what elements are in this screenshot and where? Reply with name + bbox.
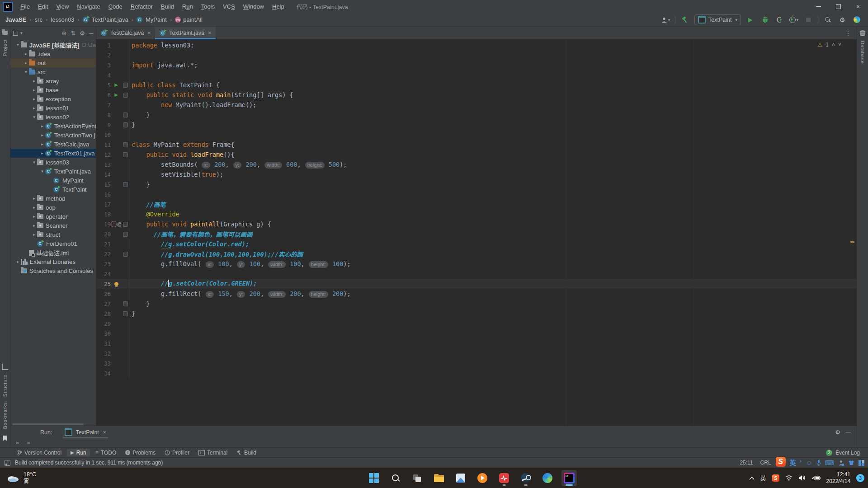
override-marker-icon[interactable]: ↑	[111, 221, 117, 227]
menu-view[interactable]: View	[52, 0, 73, 13]
code-line-32[interactable]: 32	[96, 348, 857, 358]
menu-window[interactable]: Window	[239, 0, 268, 13]
intention-bulb-icon[interactable]	[114, 282, 118, 286]
tree-item-mypaint[interactable]: CMyPaint	[10, 176, 96, 185]
tree-collapsed-chevron-icon[interactable]: ▸	[39, 151, 45, 155]
clock[interactable]: 12:41 2022/4/14	[826, 471, 850, 485]
toolwindow-terminal[interactable]: ❯Terminal	[195, 449, 231, 456]
run-panel-settings-icon[interactable]: ⚙	[835, 429, 840, 436]
menu-tools[interactable]: Tools	[197, 0, 219, 13]
breadcrumb-paintall[interactable]: mpaintAll	[174, 16, 203, 23]
menu-help[interactable]: Help	[268, 0, 288, 13]
tree-item-operator[interactable]: ▸operator	[10, 212, 96, 221]
tab-options-kebab-icon[interactable]: ⋮	[845, 29, 857, 37]
tree-item-testactionevent[interactable]: ▸CTestActionEvent	[10, 122, 96, 131]
breadcrumb-javase[interactable]: JavaSE	[5, 16, 27, 23]
tree-item-src[interactable]: ▾src	[10, 67, 96, 76]
tree-collapsed-chevron-icon[interactable]: ▸	[31, 88, 37, 92]
tree-item-base[interactable]: ▸base	[10, 85, 96, 94]
tree-item-lesson03[interactable]: ▾lesson03	[10, 158, 96, 167]
tree-item-out[interactable]: ▸out	[10, 58, 96, 67]
expand-toolbar-icon[interactable]: »	[16, 440, 19, 446]
fold-end-marker[interactable]	[123, 182, 128, 187]
code-line-15[interactable]: 15 }	[96, 179, 857, 189]
tree-item-testcalc-java[interactable]: ▸CTestCalc.java	[10, 140, 96, 149]
toolwindow-version-control[interactable]: Version Control	[14, 449, 65, 456]
run-line-icon[interactable]: ▶	[114, 93, 118, 97]
close-icon[interactable]: ×	[103, 429, 106, 436]
maximize-button[interactable]	[828, 0, 848, 13]
tree-item-fordemo01[interactable]: CForDemo01	[10, 239, 96, 248]
tree-expanded-chevron-icon[interactable]: ▾	[31, 160, 37, 164]
tree-item-基础语法-iml[interactable]: 基础语法.iml	[10, 248, 96, 257]
tree-collapsed-chevron-icon[interactable]: ▸	[39, 142, 45, 146]
tree-collapsed-chevron-icon[interactable]: ▸	[31, 196, 37, 201]
panel-settings-icon[interactable]: ⚙	[80, 30, 85, 37]
editor-tab-testcalc-java[interactable]: CTestCalc.java×	[96, 27, 155, 39]
stripe-label-database[interactable]: Database	[860, 41, 865, 64]
collapse-all-icon[interactable]: ⇅	[71, 30, 75, 37]
fold-start-marker[interactable]	[123, 152, 128, 157]
fold-end-marker[interactable]	[123, 113, 128, 117]
code-line-34[interactable]: 34	[96, 368, 857, 378]
taskbar-app-photos[interactable]	[453, 470, 468, 486]
run-configuration-combo[interactable]: TextPaint ▾	[694, 14, 741, 25]
inspections-widget[interactable]: ⚠ 1 ˄ ˅	[818, 42, 841, 48]
learner-plugin-icon[interactable]	[852, 15, 862, 25]
run-button[interactable]: ▶	[745, 15, 755, 25]
toolwindow-run[interactable]: ▶Run	[67, 449, 90, 456]
code-line-11[interactable]: 11class MyPaint extends Frame{	[96, 140, 857, 150]
bookmark-icon[interactable]	[3, 436, 7, 442]
tree-collapsed-chevron-icon[interactable]: ▸	[23, 52, 29, 56]
profile-button[interactable]	[774, 15, 784, 25]
tree-item-array[interactable]: ▸array	[10, 76, 96, 85]
fold-start-marker[interactable]	[123, 222, 128, 227]
code-line-17[interactable]: 17 //画笔	[96, 199, 857, 209]
tree-expanded-chevron-icon[interactable]: ▾	[15, 42, 21, 47]
taskbar-app-task-view[interactable]	[410, 470, 425, 486]
code-line-8[interactable]: 8 }	[96, 110, 857, 120]
code-line-14[interactable]: 14 setVisible(true);	[96, 169, 857, 179]
fold-start-marker[interactable]	[123, 232, 128, 237]
code-line-9[interactable]: 9}	[96, 120, 857, 130]
stripe-label-structure[interactable]: Structure	[2, 375, 8, 397]
code-line-23[interactable]: 23 g.fillOval( x: 100, y: 100, width: 10…	[96, 259, 857, 269]
tree-collapsed-chevron-icon[interactable]: ▸	[31, 232, 37, 237]
ime-toolbox-icon[interactable]	[859, 460, 864, 466]
coverage-button[interactable]: ▾	[789, 15, 799, 25]
toolwindow-todo[interactable]: ≡TODO	[92, 449, 120, 456]
code-line-1[interactable]: 1package lesson03;	[96, 40, 857, 50]
toolwindows-icon[interactable]	[5, 460, 10, 466]
taskbar-app-steam[interactable]	[518, 470, 533, 486]
code-line-13[interactable]: 13 setBounds( x: 200, y: 200, width: 600…	[96, 160, 857, 169]
fold-end-marker[interactable]	[123, 122, 128, 127]
stripe-label-bookmarks[interactable]: Bookmarks	[2, 402, 8, 429]
breadcrumb-mypaint[interactable]: CMyPaint	[136, 16, 168, 23]
wifi-icon[interactable]	[785, 475, 793, 481]
taskbar-app-start[interactable]	[366, 470, 382, 486]
tree-item-oop[interactable]: ▸oop	[10, 203, 96, 212]
minimize-button[interactable]	[808, 0, 828, 13]
tree-item-testtext01-java[interactable]: ▸CTestText01.java	[10, 149, 96, 158]
taskbar-app-video-app[interactable]	[475, 470, 490, 486]
fold-end-marker[interactable]	[123, 311, 128, 316]
caret-position[interactable]: 25:11	[740, 460, 753, 466]
tree-item-scratches-and-consoles[interactable]: Scratches and Consoles	[10, 266, 96, 275]
code-line-31[interactable]: 31	[96, 338, 857, 348]
code-line-16[interactable]: 16	[96, 189, 857, 199]
breadcrumb-src[interactable]: src	[34, 16, 43, 23]
code-line-18[interactable]: 18 @Override	[96, 209, 857, 219]
toolwindow-build[interactable]: Build	[233, 449, 260, 456]
sogou-input-icon[interactable]: S	[776, 457, 786, 467]
line-ending[interactable]: CRL	[760, 460, 771, 466]
tree-item-scanner[interactable]: ▸Scanner	[10, 221, 96, 230]
code-line-28[interactable]: 28}	[96, 309, 857, 319]
tree-item-external-libraries[interactable]: ▸External Libraries	[10, 257, 96, 266]
menu-navigate[interactable]: Navigate	[73, 0, 104, 13]
project-scrollbar[interactable]	[12, 423, 84, 425]
close-icon[interactable]: ×	[208, 30, 211, 36]
close-icon[interactable]: ×	[147, 30, 151, 36]
fold-start-marker[interactable]	[123, 93, 128, 98]
database-icon[interactable]	[860, 30, 865, 37]
code-editor[interactable]: 1package lesson03;23import java.awt.*;45…	[96, 39, 857, 426]
